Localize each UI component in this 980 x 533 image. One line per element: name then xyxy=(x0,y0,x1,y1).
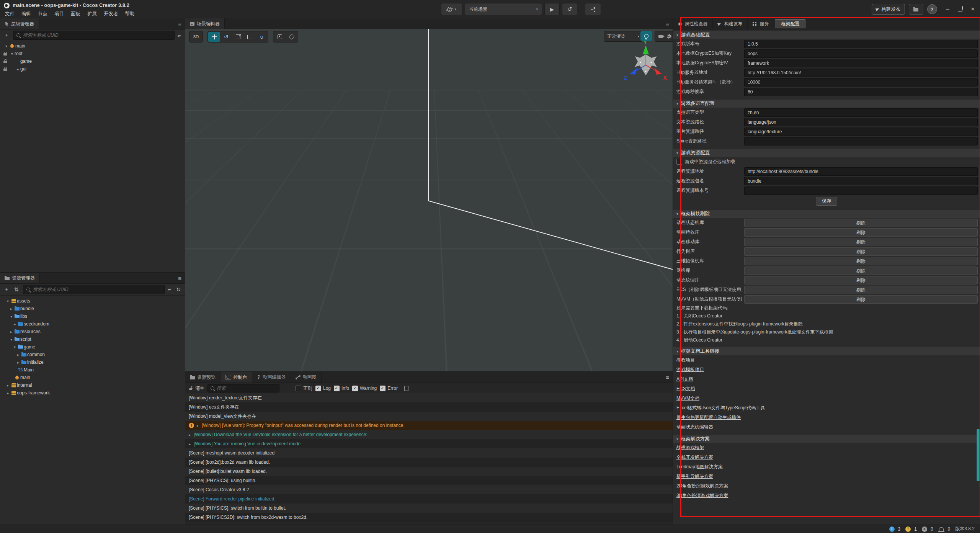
menu-item[interactable]: 文件 xyxy=(2,10,18,17)
expand-chevron-icon[interactable] xyxy=(189,442,191,446)
doc-link[interactable]: 原生包热更新配置自动生成插件 xyxy=(676,414,741,421)
coordinate-toggle-button[interactable] xyxy=(286,32,297,42)
add-asset-button[interactable]: ＋ xyxy=(3,286,10,293)
console-search-input[interactable]: 搜索 xyxy=(207,384,279,392)
3d-toggle-button[interactable]: 3D xyxy=(189,31,203,43)
tab-service[interactable]: 服务 xyxy=(748,18,774,29)
asset-tree-node[interactable]: main xyxy=(0,374,185,381)
tab-asset-preview[interactable]: 资源预览 xyxy=(185,372,220,383)
rect-tool-button[interactable] xyxy=(244,32,256,42)
remove-module-button[interactable]: 剔除 xyxy=(744,219,978,227)
field-input[interactable]: language/texture xyxy=(744,128,978,136)
field-input[interactable]: 10000 xyxy=(744,78,978,87)
tree-chevron-icon[interactable] xyxy=(9,314,14,319)
console-log-row[interactable]: ! [Window] render_texture文件夹存在 xyxy=(185,393,673,402)
clear-console-button[interactable]: 清空 xyxy=(188,385,204,392)
field-input[interactable] xyxy=(744,186,978,195)
close-button[interactable] xyxy=(971,5,975,13)
tree-chevron-icon[interactable] xyxy=(5,299,10,303)
remove-module-button[interactable]: 剔除 xyxy=(744,257,978,265)
tab-animation-editor[interactable]: 动画编辑器 xyxy=(252,372,291,383)
orientation-gizmo[interactable]: Y X Z xyxy=(617,40,673,90)
lock-icon[interactable] xyxy=(3,53,7,56)
doc-link[interactable]: 教程项目 xyxy=(676,357,695,363)
lock-icon[interactable] xyxy=(3,61,7,63)
hierarchy-tree-node[interactable]: game xyxy=(0,57,185,65)
build-publish-button[interactable]: 构建发布 xyxy=(872,4,905,15)
tree-chevron-icon[interactable] xyxy=(12,322,17,326)
field-input[interactable]: framework xyxy=(744,59,978,67)
play-button[interactable] xyxy=(544,3,560,15)
console-log-row[interactable]: ! [Scene] [PHYSICS]: switch from builtin… xyxy=(185,504,673,513)
move-tool-button[interactable] xyxy=(208,32,220,42)
solution-link[interactable]: 3D角色扮演游戏解决方案 xyxy=(676,492,728,499)
solution-link[interactable]: 2D角色扮演游戏解决方案 xyxy=(676,483,728,489)
remove-module-button[interactable]: 剔除 xyxy=(744,276,978,284)
open-project-folder-button[interactable] xyxy=(909,4,923,15)
field-input[interactable]: http://localhost:8083/assets/bundle xyxy=(744,167,978,176)
asset-tree-node[interactable]: common xyxy=(0,351,185,358)
console-log-row[interactable]: ! [Window] You are running Vue in develo… xyxy=(185,439,673,448)
asset-tree-node[interactable]: oops-framework xyxy=(0,389,185,397)
console-log-row[interactable]: ! [Scene] [PHYSICS]: using builtin. xyxy=(185,476,673,485)
doc-link[interactable]: 游戏模板项目 xyxy=(676,366,704,373)
asset-tree-node[interactable]: initialize xyxy=(0,358,185,366)
asset-tree-node[interactable]: script xyxy=(0,335,185,343)
menu-item[interactable]: 编辑 xyxy=(18,10,34,17)
console-log-row[interactable]: ! [Scene] [PHYSICS2D]: switch from box2d… xyxy=(185,513,673,522)
tab-console[interactable]: 控制台 xyxy=(220,372,252,383)
scene-viewport[interactable]: Y X Z 3D xyxy=(185,29,673,371)
assets-search-input[interactable]: 搜索名称或 UUID xyxy=(23,285,165,294)
console-filter-checkbox[interactable]: 正则 xyxy=(296,385,312,392)
help-button[interactable]: ? xyxy=(927,4,937,14)
tab-animation-graph[interactable]: 动画图 xyxy=(291,372,322,383)
asset-tree-node[interactable]: Main xyxy=(0,366,185,374)
field-input[interactable]: language/json xyxy=(744,118,978,126)
lighting-toggle-button[interactable] xyxy=(640,31,652,41)
gear-icon[interactable] xyxy=(667,34,671,39)
tree-chevron-icon[interactable] xyxy=(15,67,20,71)
field-input[interactable] xyxy=(744,137,978,146)
tab-property-inspector[interactable]: 属性检查器 xyxy=(673,18,713,29)
section-i18n-config[interactable]: 游戏多语言配置 xyxy=(673,100,980,108)
console-filter-checkbox[interactable]: Warning xyxy=(352,386,377,391)
console-log-row[interactable]: ! [Scene] [bullet]:bullet wasm lib loade… xyxy=(185,467,673,476)
doc-link[interactable]: ECS文档 xyxy=(676,386,695,392)
checkbox-icon[interactable] xyxy=(676,159,682,165)
pivot-toggle-button[interactable] xyxy=(274,32,286,42)
asset-tree-node[interactable]: seedrandom xyxy=(0,320,185,328)
tree-chevron-icon[interactable] xyxy=(5,391,10,395)
add-node-button[interactable]: ＋ xyxy=(3,32,10,39)
error-count-icon[interactable]: × xyxy=(922,526,927,532)
scrollbar-thumb[interactable] xyxy=(977,429,980,481)
scene-select[interactable]: 当前场景 ▾ xyxy=(465,3,542,15)
tab-assets[interactable]: 资源管理器 xyxy=(0,273,40,283)
console-filter-checkbox[interactable]: Log xyxy=(315,386,331,391)
tab-scene-editor[interactable]: 场景编辑器 xyxy=(185,18,225,29)
console-log-row[interactable]: ! [Scene] meshopt wasm decoder initializ… xyxy=(185,448,673,458)
field-input[interactable]: zh,en xyxy=(744,108,978,117)
hierarchy-tree-node[interactable]: main xyxy=(0,42,185,50)
notification-bell-icon[interactable] xyxy=(939,527,944,531)
menu-item[interactable]: 扩展 xyxy=(84,10,100,17)
section-module-removal[interactable]: 框架模块剔除 xyxy=(673,210,980,218)
tree-chevron-icon[interactable] xyxy=(16,353,21,357)
refresh-assets-icon[interactable]: ↻ xyxy=(175,286,182,293)
tree-chevron-icon[interactable] xyxy=(9,330,14,334)
tree-chevron-icon[interactable] xyxy=(16,360,21,365)
expand-chevron-icon[interactable] xyxy=(197,423,199,428)
field-input[interactable]: 60 xyxy=(744,88,978,96)
asset-tree-node[interactable]: resources xyxy=(0,328,185,335)
field-input[interactable]: http://192.168.0.150/main/ xyxy=(744,69,978,77)
scale-tool-button[interactable] xyxy=(232,32,244,42)
section-doc-links[interactable]: 框架文档工具链接 xyxy=(673,347,980,355)
info-count-icon[interactable]: i xyxy=(889,526,895,532)
warning-count-icon[interactable]: ! xyxy=(905,526,911,532)
save-button[interactable]: 保存 xyxy=(816,197,837,206)
remove-module-button[interactable]: 剔除 xyxy=(744,286,978,294)
menu-item[interactable]: 开发者 xyxy=(100,10,122,17)
console-filter-checkbox[interactable]: Error xyxy=(380,386,398,391)
menu-item[interactable]: 面板 xyxy=(67,10,84,17)
console-log-row[interactable]: ! [Scene] Cocos Creator v3.8.2 xyxy=(185,485,673,494)
camera-icon[interactable] xyxy=(658,35,663,38)
